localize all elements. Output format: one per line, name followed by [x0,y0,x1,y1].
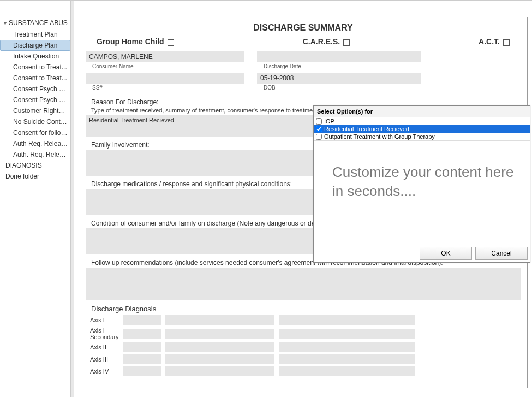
page-title: DISCHARGE SUMMARY [86,23,521,33]
dialog-option[interactable]: Residential Treatment Recieved [314,125,530,133]
sidebar-item[interactable]: Consent to Treat... [0,62,70,73]
tree-collapse-icon[interactable]: ▾ [2,20,8,26]
sidebar-item[interactable]: Customer Rights (... [0,105,70,116]
dialog-option[interactable]: Outpatient Treatment with Group Therapy [314,133,530,140]
diagnosis-axis-label: Axis II [86,344,118,351]
sidebar-item[interactable]: Consent Psych M... [0,84,70,94]
tree-root[interactable]: ▾SUBSTANCE ABUS [0,17,70,29]
diagnosis-axis-label: Axis I [86,317,118,323]
sidebar-item[interactable]: Auth Req. Releas... [0,138,70,149]
sidebar-item[interactable]: Consent for follow... [0,127,70,138]
ok-button[interactable]: OK [420,247,472,260]
dialog-title: Select Option(s) for [314,106,530,117]
dob-field[interactable]: 05-19-2008 [257,73,421,84]
diagnosis-field[interactable] [279,315,415,325]
diagnosis-field[interactable] [165,366,274,376]
diagnosis-field[interactable] [165,342,274,352]
dialog-option-checkbox[interactable] [316,134,322,140]
diagnosis-field[interactable] [279,329,415,339]
followup-textarea[interactable] [86,268,521,300]
diagnosis-field[interactable] [279,354,415,364]
act-label: A.C.T. [479,37,500,46]
cares-label: C.A.R.E.S. [303,37,340,46]
diagnosis-row: Axis IV [86,366,521,376]
discharge-date-label: Discharge Date [257,62,421,73]
consumer-name-label: Consumer Name [86,62,244,73]
diagnosis-field[interactable] [123,354,161,364]
sidebar: ▾SUBSTANCE ABUS Treatment PlanDischarge … [0,1,71,397]
diagnosis-field[interactable] [123,329,161,339]
dialog-body-text: Customize your content here in seconds..… [332,163,519,201]
group-home-checkbox[interactable] [168,39,174,46]
sidebar-item[interactable]: No Suicide Contract [0,116,70,127]
dialog-button-row: OK Cancel [314,245,530,262]
cancel-button[interactable]: Cancel [475,247,528,260]
act-checkbox[interactable] [503,39,510,46]
diagnosis-axis-label: Axis I Secondary [86,327,118,340]
diagnosis-field[interactable] [279,342,415,352]
diagnosis-head: Discharge Diagnosis [86,304,521,315]
diagnosis-field[interactable] [123,342,161,352]
diagnosis-row: Axis I Secondary [86,327,521,340]
diagnosis-row: Axis II [86,342,521,352]
dialog-option-checkbox[interactable] [316,118,322,125]
sidebar-item-diagnosis[interactable]: DIAGNOSIS [0,160,70,171]
ss-field[interactable] [86,73,244,84]
dialog-option-label: Outpatient Treatment with Group Therapy [324,133,435,140]
tree-root-label: SUBSTANCE ABUS [9,19,68,27]
group-home-label: Group Home Child [97,37,164,46]
diagnosis-field[interactable] [279,366,415,376]
diagnosis-field[interactable] [165,354,274,364]
select-options-dialog: Select Option(s) for IOPResidential Trea… [313,105,530,263]
discharge-date-field[interactable] [257,51,421,62]
diagnosis-axis-label: Axis IV [86,368,118,375]
sidebar-item[interactable]: Consent to Treat... [0,73,70,84]
diagnosis-field[interactable] [123,366,161,376]
diagnosis-field[interactable] [165,315,274,325]
cares-checkbox[interactable] [343,39,350,46]
sidebar-item[interactable]: Consent Psych M... [0,94,70,105]
sidebar-item[interactable]: Intake Question [0,51,70,62]
check-row: Group Home Child C.A.R.E.S. A.C.T. [86,37,521,46]
diagnosis-axis-label: Axis III [86,356,118,363]
sidebar-item[interactable]: Treatment Plan [0,29,70,40]
diagnosis-row: Axis I [86,315,521,325]
dialog-option-label: Residential Treatment Recieved [324,126,409,132]
diagnosis-field[interactable] [123,315,161,325]
ss-label: SS# [86,84,244,94]
sidebar-item-done-folder[interactable]: Done folder [0,171,70,182]
sidebar-item[interactable]: Auth. Req. Relea... [0,149,70,160]
consumer-name-field[interactable]: CAMPOS, MARLENE [86,51,244,62]
diagnosis-field[interactable] [165,329,274,339]
dialog-body: Customize your content here in seconds..… [314,141,530,245]
dialog-option-checkbox[interactable] [316,126,322,132]
dialog-option-label: IOP [324,118,334,125]
dialog-option-list: IOPResidential Treatment RecievedOutpati… [314,117,530,141]
diagnosis-row: Axis III [86,354,521,364]
dob-label: DOB [257,84,421,94]
dialog-option[interactable]: IOP [314,117,530,125]
sidebar-item[interactable]: Discharge Plan [0,40,70,51]
